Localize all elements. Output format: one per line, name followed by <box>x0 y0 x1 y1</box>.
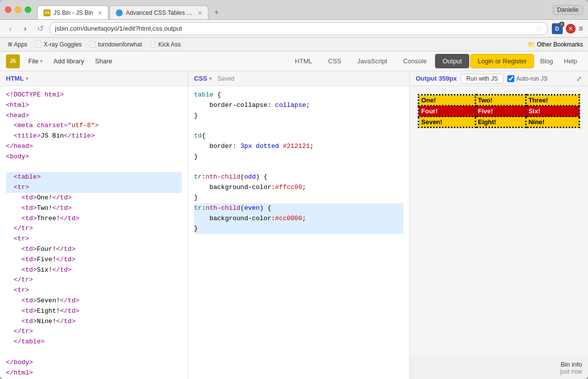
profile-button[interactable]: Danielle <box>553 5 583 15</box>
html-line-4: <meta charset="utf-8"> <box>6 121 182 131</box>
bookmark-xray[interactable]: 📄 X-ray Goggles <box>32 40 85 49</box>
table-cell-five: Five! <box>475 106 526 117</box>
table-row-2: Four! Five! Six! <box>419 106 580 117</box>
xray-icon: 📄 <box>35 41 42 47</box>
file-arrow-icon: ▾ <box>40 58 43 64</box>
run-with-js-button[interactable]: Run with JS <box>461 74 503 84</box>
tab-jsbin-close[interactable]: × <box>98 9 102 17</box>
turndown-icon: 📄 <box>90 41 97 47</box>
bookmarks-bar: ⊞ Apps 📄 X-ray Goggles 📄 turndownforwhat… <box>0 38 588 51</box>
other-bookmarks[interactable]: 📁 Other Bookmarks <box>528 41 583 48</box>
add-library-label: Add library <box>53 57 84 65</box>
tab-jsbin-title: JS Bin - JS Bin <box>53 9 93 16</box>
xray-label: X-ray Goggles <box>44 41 82 48</box>
jsbin-toolbar: JS File ▾ Add library Share HTML CSS Jav… <box>0 51 588 71</box>
globe-tab-icon: 🌐 <box>116 9 123 16</box>
tab-css-label: CSS <box>328 57 342 65</box>
minimize-button[interactable] <box>15 6 21 13</box>
url-bar: ‹ › ↺ ☆ D 1 ✕ ≡ <box>0 20 588 38</box>
html-code-area[interactable]: <!DOCTYPE html> <html> <head> <meta char… <box>0 86 188 379</box>
apps-icon: ⊞ <box>8 41 12 47</box>
html-line-14: </tr> <box>6 224 182 234</box>
css-line-9: tr:nth-child(odd) { <box>194 172 403 183</box>
css-line-2: border-collapse: collapse; <box>194 100 403 111</box>
jsbin-app: JS File ▾ Add library Share HTML CSS Jav… <box>0 51 588 379</box>
url-input-container: ☆ <box>49 22 548 35</box>
css-code-area[interactable]: table { border-collapse: collapse; } td{… <box>188 86 409 379</box>
autorun-checkbox[interactable] <box>507 75 514 82</box>
apps-label: Apps <box>14 41 27 48</box>
browser-window: JS JS Bin - JS Bin × 🌐 Advanced CSS Tabl… <box>0 0 588 379</box>
url-icons: D 1 ✕ ≡ <box>552 23 583 34</box>
html-line-19: </tr> <box>6 275 182 285</box>
dashlane-icon[interactable]: D 1 <box>552 23 563 34</box>
jsbin-logo[interactable]: JS <box>6 54 20 68</box>
css-panel-label: CSS <box>194 75 207 82</box>
add-library-button[interactable]: Add library <box>49 55 89 67</box>
help-button[interactable]: Help <box>559 54 582 68</box>
file-menu[interactable]: File ▾ <box>24 55 47 67</box>
html-line-17: <td>Five!</td> <box>6 255 182 265</box>
html-panel-label: HTML <box>6 75 24 82</box>
tab-html[interactable]: HTML <box>288 54 320 68</box>
bookmark-apps[interactable]: ⊞ Apps <box>5 40 30 49</box>
bin-info-label[interactable]: Bin info <box>416 361 582 368</box>
css-line-8 <box>194 162 403 173</box>
tab-jsbin[interactable]: JS JS Bin - JS Bin × <box>37 5 108 19</box>
tab-advanced-css-close[interactable]: × <box>198 9 202 17</box>
back-button[interactable]: ‹ <box>5 23 16 34</box>
css-line-1: table { <box>194 90 403 100</box>
refresh-button[interactable]: ↺ <box>35 23 46 34</box>
tab-advanced-css-title: Advanced CSS Tables – U… <box>126 9 193 16</box>
html-line-11: <td>One!</td> <box>6 193 182 203</box>
html-line-22: <td>Eight!</td> <box>6 306 182 317</box>
css-line-13: background-color:#cc0000; <box>194 214 403 224</box>
autorun-label: Auto-run JS <box>507 75 547 82</box>
folder-icon: 📁 <box>528 41 535 48</box>
html-panel-header: HTML ▾ <box>0 71 188 86</box>
css-panel-arrow[interactable]: ▾ <box>209 76 212 81</box>
html-line-25: </table> <box>6 337 182 347</box>
html-line-26 <box>6 347 182 358</box>
html-panel-arrow[interactable]: ▾ <box>26 76 28 81</box>
html-line-21: <td>Seven!</td> <box>6 296 182 306</box>
other-bookmarks-label: Other Bookmarks <box>537 41 583 48</box>
css-panel: CSS ▾ Saved table { border-collapse: col… <box>188 71 410 379</box>
stop-button[interactable]: ✕ <box>566 24 576 34</box>
output-footer: Bin info just now <box>410 357 588 379</box>
share-button[interactable]: Share <box>91 55 117 67</box>
tab-advanced-css[interactable]: 🌐 Advanced CSS Tables – U… × <box>109 5 208 19</box>
bookmark-kickass[interactable]: 📄 Kick Ass <box>147 40 184 49</box>
close-button[interactable] <box>5 6 11 13</box>
html-line-8 <box>6 162 182 173</box>
bookmark-turndown[interactable]: 📄 turndownforwhat <box>87 40 145 49</box>
tab-javascript[interactable]: JavaScript <box>350 54 395 68</box>
table-row-1: One! Two! Three! <box>419 95 580 106</box>
table-cell-seven: Seven! <box>419 117 476 128</box>
html-line-18: <td>Six!</td> <box>6 265 182 276</box>
forward-button: › <box>20 23 31 34</box>
html-line-12: <td>Two!</td> <box>6 203 182 214</box>
html-line-6: </head> <box>6 142 182 152</box>
html-line-2: <html> <box>6 100 182 111</box>
new-tab-button[interactable]: + <box>209 5 223 19</box>
expand-icon[interactable]: ⤢ <box>576 75 582 83</box>
blog-button[interactable]: Blog <box>535 54 558 68</box>
tab-output[interactable]: Output <box>435 54 469 68</box>
tab-css[interactable]: CSS <box>321 54 349 68</box>
login-register-button[interactable]: Login or Register <box>470 54 534 68</box>
url-input[interactable] <box>55 25 533 32</box>
maximize-button[interactable] <box>25 6 31 13</box>
html-line-1: <!DOCTYPE html> <box>6 90 182 100</box>
html-line-15: <tr> <box>6 234 182 244</box>
kickass-label: Kick Ass <box>158 41 181 48</box>
menu-icon[interactable]: ≡ <box>579 24 583 33</box>
table-cell-one: One! <box>419 95 476 106</box>
panel-tabs: HTML CSS JavaScript Console Output Login… <box>288 54 582 68</box>
star-icon[interactable]: ☆ <box>536 25 542 33</box>
tab-console[interactable]: Console <box>395 54 434 68</box>
traffic-lights <box>5 6 31 13</box>
html-line-28: </html> <box>6 368 182 379</box>
css-line-14: } <box>194 224 403 234</box>
tab-html-label: HTML <box>295 57 312 65</box>
